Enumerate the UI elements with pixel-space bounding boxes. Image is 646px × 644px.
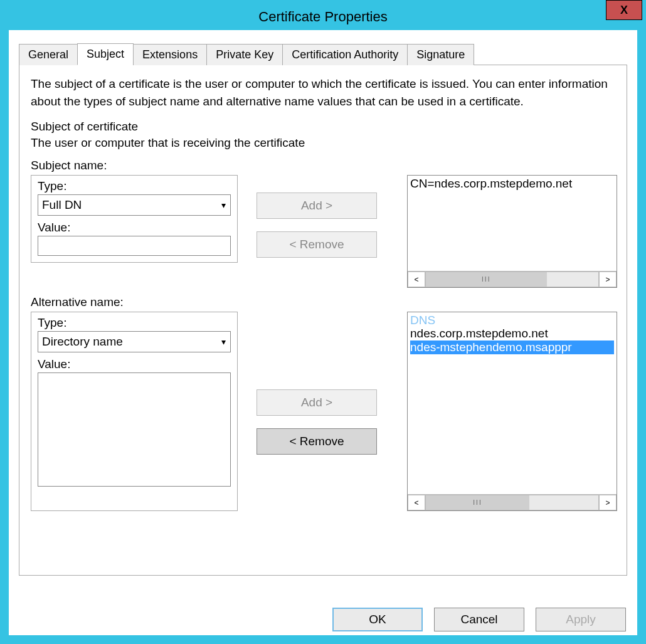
tab-general[interactable]: General [19,44,78,65]
subject-description: The subject of a certificate is the user… [31,75,615,110]
value-label-sn: Value: [38,221,231,235]
tab-signature[interactable]: Signature [407,44,474,65]
tab-certification-authority[interactable]: Certification Authority [282,44,408,65]
list-item[interactable]: CN=ndes.corp.mstepdemo.net [410,177,614,191]
subject-name-list-inner: CN=ndes.corp.mstepdemo.net [408,176,617,271]
scroll-right-icon[interactable]: > [599,495,617,510]
subject-heading: Subject of certificate [31,120,615,134]
subject-name-remove-button[interactable]: < Remove [257,231,377,258]
hscrollbar[interactable]: < III > [408,494,617,510]
type-label-sn: Type: [38,179,231,193]
scroll-thumb[interactable]: III [426,495,529,510]
tab-row: General Subject Extensions Private Key C… [19,43,627,65]
tab-content: The subject of a certificate is the user… [19,65,627,576]
close-button[interactable]: X [606,0,642,20]
close-icon: X [620,4,628,17]
subject-name-button-column: Add > < Remove [257,175,388,258]
alt-name-type-select[interactable] [38,331,231,352]
alt-name-label: Alternative name: [31,295,615,309]
scroll-thumb[interactable]: III [426,272,547,287]
list-item[interactable]: ndes.corp.mstepdemo.net [410,327,614,340]
tab-extensions[interactable]: Extensions [133,44,207,65]
alt-name-button-column: Add > < Remove [257,312,388,455]
type-label-an: Type: [38,316,231,330]
dialog-button-row: OK Cancel Apply [332,608,626,631]
alt-name-list-inner: DNS ndes.corp.mstepdemo.net ndes-mstephe… [408,312,617,494]
subject-name-type-select[interactable] [38,194,231,216]
subject-name-value-input[interactable] [38,236,231,256]
scroll-left-icon[interactable]: < [408,272,425,287]
window-frame: Certificate Properties X General Subject… [0,0,646,644]
cancel-button[interactable]: Cancel [434,608,524,631]
list-category: DNS [410,314,614,327]
hscrollbar[interactable]: < III > [408,271,617,287]
subject-name-add-button[interactable]: Add > [257,193,377,219]
subject-name-listbox[interactable]: CN=ndes.corp.mstepdemo.net < III > [407,175,617,288]
titlebar: Certificate Properties X [4,4,642,30]
value-label-an: Value: [38,357,231,371]
alt-name-group: Type: ▾ Value: [31,312,238,511]
tab-subject[interactable]: Subject [77,43,134,65]
window-title: Certificate Properties [258,9,387,25]
subject-name-label: Subject name: [31,159,615,172]
alt-name-remove-button[interactable]: < Remove [257,428,377,455]
scroll-right-icon[interactable]: > [599,272,617,287]
subject-name-group: Type: ▾ Value: [31,175,238,263]
alt-name-listbox[interactable]: DNS ndes.corp.mstepdemo.net ndes-mstephe… [407,312,617,511]
alt-name-value-input[interactable] [38,372,231,487]
alt-name-add-button[interactable]: Add > [257,389,377,416]
client-area: General Subject Extensions Private Key C… [9,30,637,635]
tab-private-key[interactable]: Private Key [206,44,283,65]
scroll-left-icon[interactable]: < [408,495,425,510]
apply-button[interactable]: Apply [536,608,626,631]
ok-button[interactable]: OK [332,608,423,631]
subject-subheading: The user or computer that is receiving t… [31,136,615,150]
list-item[interactable]: ndes-mstephendemo.msapppr [410,340,614,354]
